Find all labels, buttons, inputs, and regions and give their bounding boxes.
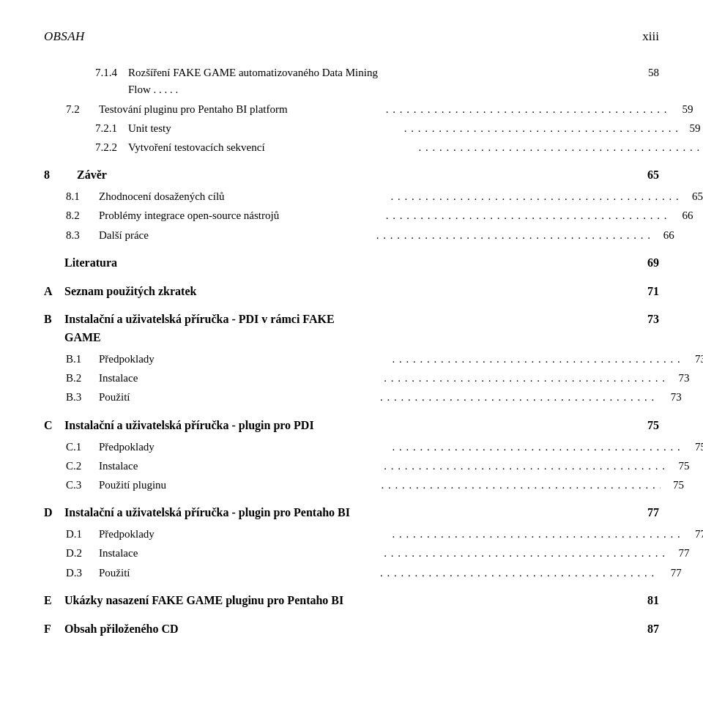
toc-page: 59 <box>680 120 701 137</box>
toc-entry-C.1: C.1Předpoklady75 <box>44 439 659 456</box>
toc-text: Obsah přiloženého CD <box>64 620 352 639</box>
toc-label: Literatura69 <box>44 254 659 272</box>
toc-entry-C.3: C.3Použití pluginu75 <box>44 477 659 494</box>
toc-number: 8.2 <box>66 207 99 224</box>
toc-number: D.2 <box>66 545 99 562</box>
toc-number: 8 <box>44 166 77 185</box>
toc-label: 7.1.4Rozšíření FAKE GAME automatizovanéh… <box>95 64 659 99</box>
toc-label: D.1Předpoklady77 <box>66 526 703 543</box>
toc-page: 69 <box>639 254 659 272</box>
toc-label: 8.3Další práce66 <box>66 227 674 244</box>
toc-text: Testování pluginu pro Pentaho BI platfor… <box>99 101 383 118</box>
toc-text: Instalace <box>99 545 381 562</box>
toc-dots <box>390 188 679 205</box>
header-page: xiii <box>642 29 659 44</box>
toc-number: 7.2.2 <box>95 139 128 156</box>
toc-text: Zhodnocení dosažených cílů <box>99 188 387 205</box>
toc-entry-8.1: 8.1Zhodnocení dosažených cílů65 <box>44 188 659 205</box>
toc-text: Závěr <box>77 166 358 185</box>
toc-dots <box>376 227 651 244</box>
toc-page: 75 <box>663 477 684 494</box>
page-header: OBSAH xiii <box>44 29 659 44</box>
toc-label: DInstalační a uživatelská příručka - plu… <box>44 504 659 522</box>
toc-entry-B.1: B.1Předpoklady73 <box>44 351 659 368</box>
toc-entry-A: ASeznam použitých zkratek71 <box>44 283 659 301</box>
toc-text: Instalační a uživatelská příručka - plug… <box>64 504 352 522</box>
toc-text: Použití <box>99 389 377 406</box>
toc-number: 7.2 <box>66 101 99 118</box>
toc-entry-D.3: D.3Použití77 <box>44 565 659 582</box>
toc-entry-7.2: 7.2Testování pluginu pro Pentaho BI plat… <box>44 101 659 118</box>
toc-number: D.1 <box>66 526 99 543</box>
toc-page: 71 <box>639 283 659 301</box>
toc-number: B.2 <box>66 370 99 387</box>
toc-text: Předpoklady <box>99 439 390 456</box>
toc-entry-D: DInstalační a uživatelská příručka - plu… <box>44 504 659 522</box>
toc-text: Seznam použitých zkratek <box>64 283 352 301</box>
toc-entry-F: FObsah přiloženého CD87 <box>44 620 659 639</box>
toc-entry-B: BInstalační a uživatelská příručka - PDI… <box>44 311 659 347</box>
toc-number: B <box>44 311 64 329</box>
toc-text: Předpoklady <box>99 351 390 368</box>
toc-number: E <box>44 592 64 610</box>
toc-text: Instalace <box>99 458 381 475</box>
toc-page: 73 <box>639 311 659 329</box>
toc-text: Literatura <box>64 254 352 272</box>
toc-text: Problémy integrace open-source nástrojů <box>99 207 383 224</box>
toc-page: 81 <box>639 592 659 610</box>
toc-entry-literatura: Literatura69 <box>44 254 659 272</box>
toc-number: F <box>44 620 64 639</box>
toc-page: 77 <box>639 504 659 522</box>
toc-dots <box>386 101 670 118</box>
toc-number: D <box>44 504 64 522</box>
toc-text: Rozšíření FAKE GAME automatizovaného Dat… <box>128 64 384 99</box>
toc-number: C <box>44 417 64 435</box>
toc-label: B.1Předpoklady73 <box>66 351 703 368</box>
toc-number: 7.1.4 <box>95 64 128 81</box>
toc-entry-C: CInstalační a uživatelská příručka - plu… <box>44 417 659 435</box>
toc-number: 7.2.1 <box>95 120 128 137</box>
toc-text: Další práce <box>99 227 373 244</box>
toc-entry-7.2.1: 7.2.1Unit testy59 <box>44 120 659 137</box>
toc-entry-7.1.4: 7.1.4Rozšíření FAKE GAME automatizovanéh… <box>44 64 659 99</box>
toc-dots <box>393 439 683 456</box>
toc-label: 8Závěr65 <box>44 166 659 185</box>
toc-label: BInstalační a uživatelská příručka - PDI… <box>44 311 659 347</box>
toc-dots <box>404 120 677 137</box>
toc-page: 73 <box>685 351 703 368</box>
toc-page: 65 <box>639 166 659 185</box>
toc-entry-8.3: 8.3Další práce66 <box>44 227 659 244</box>
toc-page: 58 <box>639 64 659 81</box>
toc-label: 7.2.1Unit testy59 <box>95 120 701 137</box>
toc-text: Použití pluginu <box>99 477 379 494</box>
toc-label: D.3Použití77 <box>66 565 682 582</box>
toc-text: Použití <box>99 565 377 582</box>
toc-entry-7.2.2: 7.2.2Vytvoření testovacích sekvencí60 <box>44 139 659 156</box>
toc-page: 77 <box>669 545 690 562</box>
toc-dots <box>384 545 666 562</box>
toc-label: C.3Použití pluginu75 <box>66 477 684 494</box>
toc-entry-B.2: B.2Instalace73 <box>44 370 659 387</box>
toc-text: Ukázky nasazení FAKE GAME pluginu pro Pe… <box>64 592 352 610</box>
toc-dots <box>382 477 661 494</box>
toc-number: C.2 <box>66 458 99 475</box>
toc-label: B.2Instalace73 <box>66 370 690 387</box>
toc-page: 87 <box>639 620 659 639</box>
toc-text: Instalační a uživatelská příručka - PDI … <box>64 311 352 347</box>
toc-number: B.1 <box>66 351 99 368</box>
toc-page: 77 <box>661 565 682 582</box>
toc-label: B.3Použití73 <box>66 389 682 406</box>
toc-dots <box>393 351 683 368</box>
toc-text: Unit testy <box>128 120 401 137</box>
toc-label: C.2Instalace75 <box>66 458 690 475</box>
toc-number: 8.3 <box>66 227 99 244</box>
header-title: OBSAH <box>44 29 85 44</box>
toc-container: 7.1.4Rozšíření FAKE GAME automatizovanéh… <box>44 64 659 638</box>
toc-text: Instalace <box>99 370 381 387</box>
toc-entry-8: 8Závěr65 <box>44 166 659 185</box>
toc-label: EUkázky nasazení FAKE GAME pluginu pro P… <box>44 592 659 610</box>
toc-page: 66 <box>673 207 693 224</box>
toc-entry-8.2: 8.2Problémy integrace open-source nástro… <box>44 207 659 224</box>
toc-dots <box>380 565 658 582</box>
toc-label: 7.2Testování pluginu pro Pentaho BI plat… <box>66 101 693 118</box>
